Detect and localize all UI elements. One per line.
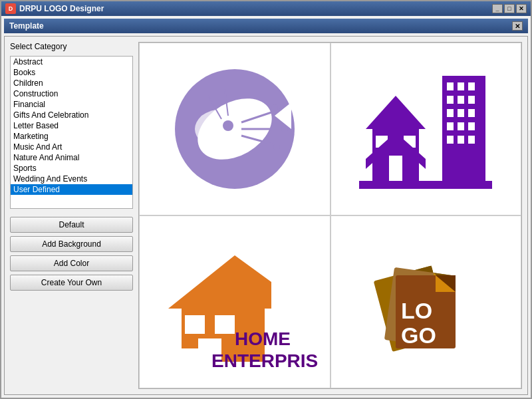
create-your-own-button[interactable]: Create Your Own	[10, 275, 133, 291]
logo-cell-4[interactable]: LO GO	[331, 215, 522, 388]
logo-grid: HOME ENTERPRIS	[138, 42, 522, 389]
svg-rect-27	[468, 136, 475, 144]
svg-text:ENTERPRIS: ENTERPRIS	[211, 350, 318, 371]
svg-rect-18	[468, 96, 475, 104]
svg-rect-30	[389, 156, 402, 182]
home-enterprise-svg: HOME ENTERPRIS	[162, 235, 308, 368]
action-buttons: Default Add Background Add Color Create …	[10, 217, 133, 291]
svg-rect-24	[468, 122, 475, 130]
svg-rect-22	[447, 122, 454, 130]
left-panel: Select Category Abstract Books Children …	[10, 42, 133, 389]
window-title: DRPU LOGO Designer	[19, 4, 492, 13]
svg-rect-25	[447, 136, 454, 144]
svg-marker-28	[366, 96, 426, 129]
category-item-sports[interactable]: Sports	[11, 163, 132, 174]
category-item-letter[interactable]: Letter Based	[11, 120, 132, 131]
dialog-title-bar: Template ✕	[4, 19, 528, 33]
svg-rect-21	[468, 109, 475, 117]
dialog-title: Template	[9, 21, 44, 31]
close-button[interactable]: ✕	[516, 4, 527, 13]
svg-point-10	[281, 126, 288, 132]
svg-rect-17	[458, 96, 464, 104]
svg-marker-35	[168, 255, 271, 309]
category-item-gifts[interactable]: Gifts And Celebration	[11, 110, 132, 120]
svg-rect-23	[458, 122, 464, 130]
svg-rect-40	[215, 315, 235, 334]
svg-rect-16	[447, 96, 454, 104]
logo-stacked-svg: LO GO	[359, 235, 492, 368]
category-item-financial[interactable]: Financial	[11, 99, 132, 110]
category-item-construction[interactable]: Construction	[11, 88, 132, 99]
app-icon: D	[5, 3, 16, 14]
dialog-content: Select Category Abstract Books Children …	[4, 36, 528, 395]
svg-rect-37	[241, 269, 253, 295]
default-button[interactable]: Default	[10, 217, 133, 233]
add-background-button[interactable]: Add Background	[10, 236, 133, 252]
svg-point-3	[223, 120, 233, 131]
svg-text:GO: GO	[401, 323, 436, 348]
svg-rect-39	[185, 315, 205, 334]
category-item-marketing[interactable]: Marketing	[11, 131, 132, 142]
minimize-button[interactable]: _	[492, 4, 503, 13]
maximize-button[interactable]: □	[504, 4, 515, 13]
category-item-user-defined[interactable]: User Defined	[11, 184, 132, 195]
category-item-music[interactable]: Music And Art	[11, 142, 132, 152]
logo-cell-2[interactable]	[331, 43, 522, 215]
svg-text:LO: LO	[401, 298, 432, 323]
category-item-books[interactable]: Books	[11, 67, 132, 78]
add-color-button[interactable]: Add Color	[10, 255, 133, 271]
building-svg	[352, 63, 499, 196]
title-bar: D DRPU LOGO Designer _ □ ✕	[1, 1, 531, 16]
category-item-abstract[interactable]: Abstract	[11, 57, 132, 67]
category-item-children[interactable]: Children	[11, 78, 132, 88]
logo-cell-1[interactable]	[139, 43, 331, 215]
svg-rect-19	[447, 109, 454, 117]
svg-rect-34	[359, 181, 492, 189]
svg-point-11	[273, 144, 280, 150]
select-category-label: Select Category	[10, 42, 133, 51]
svg-point-9	[271, 104, 278, 111]
svg-rect-20	[458, 109, 464, 117]
category-item-nature[interactable]: Nature And Animal	[11, 152, 132, 163]
category-item-wedding[interactable]: Wedding And Events	[11, 174, 132, 184]
svg-rect-14	[458, 82, 464, 90]
category-list[interactable]: Abstract Books Children Construction Fin…	[10, 56, 133, 209]
logo-cell-3[interactable]: HOME ENTERPRIS	[139, 215, 331, 388]
dialog-close-button[interactable]: ✕	[512, 21, 523, 31]
yin-yang-fish-svg	[168, 63, 301, 196]
dialog: Template ✕ Select Category Abstract Book…	[1, 16, 531, 398]
title-bar-controls: _ □ ✕	[492, 4, 527, 13]
svg-rect-26	[458, 136, 464, 144]
svg-rect-15	[468, 82, 475, 90]
main-window: D DRPU LOGO Designer _ □ ✕ Template ✕ Se…	[0, 0, 532, 399]
svg-rect-13	[447, 82, 454, 90]
svg-text:HOME: HOME	[235, 329, 291, 349]
